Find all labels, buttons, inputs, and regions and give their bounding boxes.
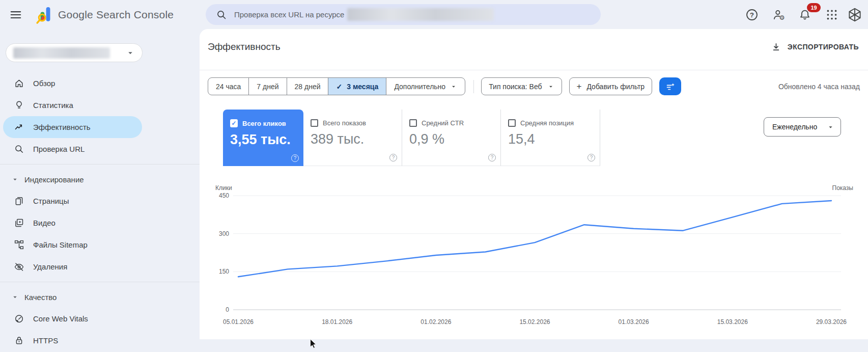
help-circle-icon[interactable]: ?: [291, 154, 299, 162]
menu-icon[interactable]: [9, 8, 22, 21]
svg-text:150: 150: [219, 268, 229, 275]
add-filter-button[interactable]: + Добавить фильтр: [569, 77, 653, 95]
apps-grid-icon[interactable]: [825, 8, 838, 21]
sidebar-section-label: Индексирование: [24, 175, 84, 184]
metric-card-position[interactable]: Средняя позиция 15,4 ?: [501, 110, 600, 166]
compare-filter-button[interactable]: [659, 77, 681, 95]
sidebar-item-video[interactable]: Видео: [3, 212, 142, 234]
page-title: Эффективность: [208, 41, 281, 52]
sidebar-section-indexing[interactable]: Индексирование: [0, 169, 200, 190]
sidebar-divider: [0, 164, 200, 165]
pages-icon: [14, 196, 24, 206]
sidebar-item-removals[interactable]: Удаления: [3, 256, 142, 278]
extension-cube-icon[interactable]: [847, 7, 862, 22]
metric-card-clicks[interactable]: ✓ Всего кликов 3,55 тыс. ?: [223, 110, 303, 166]
sidebar-item-performance[interactable]: Эффективность: [3, 116, 142, 138]
sidebar-item-statistics[interactable]: Статистика: [3, 94, 142, 116]
metric-value: 3,55 тыс.: [230, 132, 303, 148]
filter-chips-row: 24 часа 7 дней 28 дней ✓ 3 месяца Дополн…: [208, 77, 681, 95]
svg-text:450: 450: [219, 192, 229, 199]
hidden-eye-icon: [14, 261, 24, 272]
sidebar-item-core-web-vitals[interactable]: Core Web Vitals: [3, 308, 142, 330]
button-label: Тип поиска: Веб: [489, 83, 542, 91]
metric-card-impressions[interactable]: Всего показов 389 тыс. ?: [303, 110, 402, 166]
search-console-logo: [36, 4, 55, 26]
performance-chart: 450300150005.01.202618.01.202601.02.2026…: [208, 182, 860, 333]
sidebar-item-https[interactable]: HTTPS: [3, 330, 142, 351]
search-type-button[interactable]: Тип поиска: Веб: [481, 77, 562, 95]
chevron-down-icon: [827, 123, 834, 131]
sidebar-item-label: Удаления: [33, 262, 67, 271]
notification-count-badge: 19: [807, 3, 821, 12]
plus-icon: +: [577, 82, 582, 92]
topbar: Google Search Console Проверка всех URL …: [0, 0, 868, 29]
sidebar-section-label: Качество: [24, 293, 57, 302]
collapse-triangle-icon: [12, 177, 18, 182]
metric-label: Всего показов: [323, 119, 366, 127]
svg-text:?: ?: [750, 11, 754, 19]
granularity-dropdown[interactable]: Еженедельно: [764, 117, 841, 137]
svg-text:⚙: ⚙: [779, 14, 785, 21]
svg-text:0: 0: [226, 306, 229, 313]
sidebar-item-label: Обзор: [33, 79, 55, 88]
help-circle-icon[interactable]: ?: [488, 154, 496, 161]
checkbox-checked-icon[interactable]: ✓: [230, 119, 238, 127]
metric-value: 15,4: [508, 131, 600, 147]
search-icon: [14, 144, 24, 154]
sidebar-divider: [0, 282, 200, 282]
metric-label: Средний CTR: [422, 119, 464, 127]
home-icon: [14, 78, 24, 89]
range-7d-chip[interactable]: 7 дней: [248, 78, 286, 95]
redacted-property-name: [347, 8, 494, 21]
download-icon: [771, 42, 781, 52]
svg-text:05.01.2026: 05.01.2026: [223, 318, 254, 326]
mouse-cursor: [308, 337, 319, 350]
sidebar-item-pages[interactable]: Страницы: [3, 190, 142, 212]
sidebar-item-label: HTTPS: [33, 336, 58, 345]
sitemap-icon: [14, 239, 24, 250]
sidebar-item-url-inspection[interactable]: Проверка URL: [3, 138, 142, 160]
help-icon[interactable]: ?: [745, 8, 759, 21]
vertical-divider: [473, 80, 474, 93]
checkbox-unchecked-icon[interactable]: [409, 119, 417, 127]
range-3m-chip-selected[interactable]: ✓ 3 месяца: [328, 78, 386, 95]
svg-text:18.01.2026: 18.01.2026: [322, 318, 352, 326]
export-button[interactable]: ЭКСПОРТИРОВАТЬ: [771, 39, 859, 55]
sidebar-item-label: Core Web Vitals: [33, 314, 88, 323]
svg-text:Показы: Показы: [832, 184, 853, 192]
more-date-options-chip[interactable]: Дополнительно: [386, 78, 465, 95]
chart-area[interactable]: 450300150005.01.202618.01.202601.02.2026…: [208, 182, 860, 333]
sidebar-item-label: Проверка URL: [33, 145, 85, 153]
date-range-group: 24 часа 7 дней 28 дней ✓ 3 месяца Дополн…: [208, 77, 465, 95]
metric-card-ctr[interactable]: Средний CTR 0,9 % ?: [402, 110, 501, 166]
checkbox-unchecked-icon[interactable]: [508, 119, 516, 127]
account-settings-icon[interactable]: ⚙: [772, 8, 786, 21]
lightbulb-icon: [14, 100, 24, 111]
metric-cards: ✓ Всего кликов 3,55 тыс. ? Всего показов…: [223, 110, 600, 166]
metric-label: Средняя позиция: [520, 119, 574, 127]
range-28d-chip[interactable]: 28 дней: [287, 78, 328, 95]
sidebar-item-sitemaps[interactable]: Файлы Sitemap: [3, 234, 142, 256]
help-circle-icon[interactable]: ?: [587, 154, 595, 161]
header-divider: [200, 70, 868, 70]
redacted-property-label: [13, 47, 110, 59]
trend-arrow-icon: [14, 122, 24, 132]
sidebar-section-quality[interactable]: Качество: [0, 286, 200, 308]
chevron-down-icon: [450, 83, 457, 90]
main-panel: Эффективность ЭКСПОРТИРОВАТЬ 24 часа 7 д…: [200, 29, 868, 339]
sidebar-item-overview[interactable]: Обзор: [3, 72, 142, 94]
checkbox-unchecked-icon[interactable]: [311, 119, 318, 127]
svg-text:01.03.2026: 01.03.2026: [619, 318, 649, 326]
export-label: ЭКСПОРТИРОВАТЬ: [788, 43, 859, 51]
url-inspection-searchbar[interactable]: Проверка всех URL на ресурсе: [206, 4, 601, 25]
button-label: Добавить фильтр: [586, 83, 645, 91]
help-circle-icon[interactable]: ?: [389, 154, 397, 161]
sidebar-item-label: Видео: [33, 219, 55, 227]
filter-sparkle-icon: [665, 81, 676, 92]
svg-text:300: 300: [219, 230, 229, 237]
svg-text:Клики: Клики: [215, 184, 232, 192]
property-selector[interactable]: [6, 43, 143, 62]
range-24h-chip[interactable]: 24 часа: [208, 78, 248, 95]
check-icon: ✓: [336, 83, 342, 91]
chip-label: 3 месяца: [347, 83, 378, 91]
